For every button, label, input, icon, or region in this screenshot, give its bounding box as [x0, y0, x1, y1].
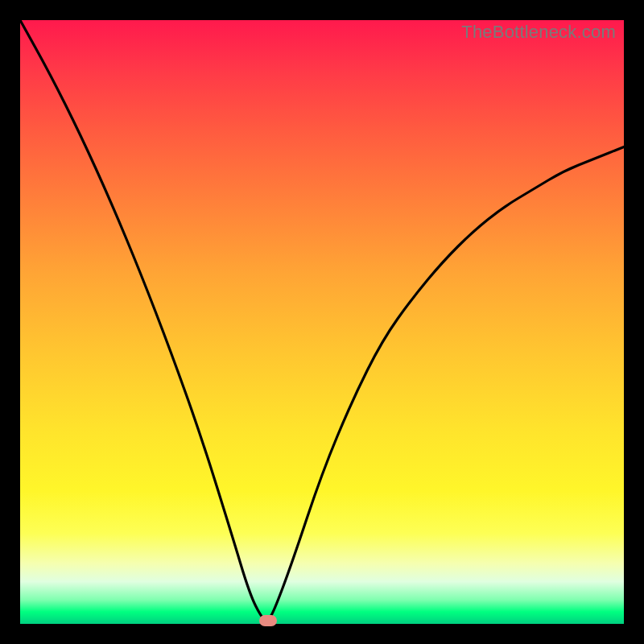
chart-frame: TheBottleneck.com — [20, 20, 624, 624]
bottleneck-curve — [20, 20, 624, 624]
curve-path — [20, 20, 624, 620]
optimum-marker — [259, 615, 277, 626]
